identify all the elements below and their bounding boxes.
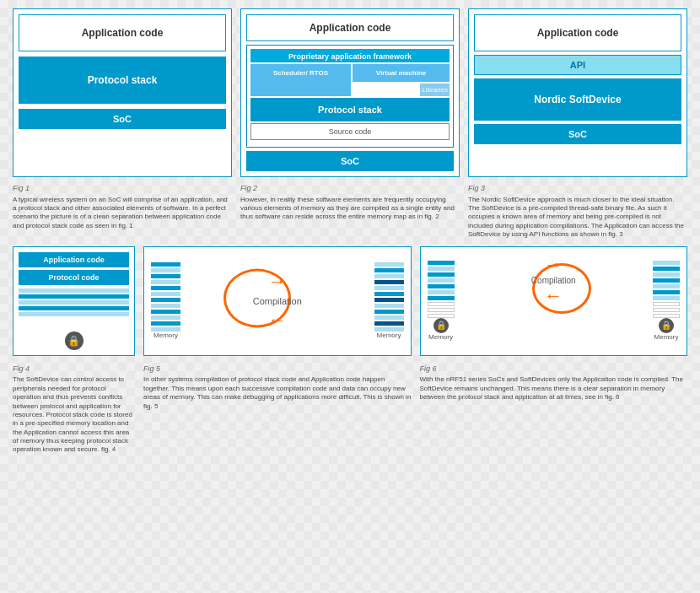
mr11 [374, 321, 404, 326]
fig6-center: → Compilation ← [460, 254, 649, 307]
fig5-compilation-label: Compilation [253, 296, 302, 306]
ml2 [151, 268, 180, 272]
fig5-right-memory-col [374, 262, 404, 332]
fig3-diagram: Application code API Nordic SoftDevice S… [468, 8, 687, 177]
fig2-scheduler-label: Scheduler/ RTOS [250, 64, 351, 96]
ml1 [151, 262, 180, 267]
fig3-nordic-label: Nordic SoftDevice [474, 78, 681, 121]
fig4-diagram: Application code Protocol code 🔒 [13, 246, 135, 356]
fig3-label: Fig 3 [468, 184, 687, 194]
fr10 [653, 314, 680, 318]
fig5-memory-right-label: Memory [377, 332, 401, 339]
fig3-app-code-label: Application code [474, 14, 681, 51]
fig6-right-memory [653, 261, 680, 318]
fig2-caption-text: However, in reality these software eleme… [240, 196, 455, 221]
fr9 [653, 308, 680, 312]
fig4-box: Application code Protocol code 🔒 [13, 246, 135, 359]
fig4-line3 [19, 300, 129, 305]
fig1-caption: Fig 1 A typical wireless system on an So… [13, 184, 232, 240]
fig4-lines [19, 288, 129, 316]
fl10 [428, 314, 455, 318]
fig6-diagram: 🔒 Memory → Compilation ← [420, 246, 688, 356]
fig6-left-col: 🔒 Memory [428, 254, 455, 341]
fig5-memory-left-label: Memory [153, 332, 178, 339]
fig6-caption-text: With the nRF51 series SoCs and SoftDevic… [420, 375, 683, 401]
fig4-line1 [19, 288, 129, 293]
ml6 [151, 292, 180, 296]
fig6-label: Fig 6 [420, 364, 688, 375]
top-diagrams-row: Application code Protocol stack SoC Appl… [13, 8, 687, 177]
fr5 [653, 284, 680, 288]
mr3 [374, 274, 404, 278]
fig4-line2 [19, 294, 129, 299]
fig2-vm-col: Virtual machine Libraries [353, 64, 450, 96]
fig5-label: Fig 5 [143, 364, 412, 375]
ml8 [151, 304, 180, 308]
fr6 [653, 290, 680, 294]
fl6 [428, 290, 455, 294]
fr3 [653, 272, 680, 277]
fig1-label: Fig 1 [13, 184, 232, 194]
fl1 [428, 261, 455, 265]
top-captions-row: Fig 1 A typical wireless system on an So… [13, 184, 687, 240]
fig4-line4 [19, 306, 129, 310]
fig6-memory-right-label: Memory [654, 333, 679, 341]
fig3-caption: Fig 3 The Nordic SoftDevice approach is … [468, 184, 687, 240]
fig6-arrow-left: ← [544, 285, 563, 307]
fl2 [428, 267, 455, 271]
mr9 [374, 310, 404, 314]
fig2-vm-label: Virtual machine [353, 64, 450, 82]
fig2-libraries-label: Libraries [420, 84, 450, 96]
fig5-caption: Fig 5 In other systems compilation of pr… [143, 364, 412, 455]
mr6 [374, 292, 404, 296]
ml3 [151, 274, 180, 278]
fr7 [653, 296, 680, 300]
fl5 [428, 284, 455, 288]
fr8 [653, 302, 680, 306]
bottom-diagrams-row: Application code Protocol code 🔒 [13, 246, 687, 359]
fig6-memory-left-label: Memory [428, 333, 453, 341]
mr8 [374, 304, 404, 308]
mr7 [374, 298, 404, 302]
fig4-caption: Fig 4 The SoftDevice can control access … [13, 364, 135, 455]
fig2-diagram: Application code Proprietary application… [240, 8, 460, 177]
fig1-protocol-stack-label: Protocol stack [19, 57, 226, 104]
mr1 [374, 262, 404, 267]
fl7 [428, 296, 455, 300]
fig4-line5 [19, 312, 129, 316]
fig6-lock-right: 🔒 [659, 318, 674, 333]
fig4-lock-icon: 🔒 [65, 332, 83, 350]
fig6-caption: Fig 6 With the nRF51 series SoCs and Sof… [420, 364, 688, 455]
main-content: Application code Protocol stack SoC Appl… [0, 0, 700, 463]
fig4-proto-code-label: Protocol code [19, 270, 129, 285]
bottom-captions-row: Fig 4 The SoftDevice can control access … [13, 364, 687, 455]
fig5-left-col: Memory [151, 262, 180, 339]
fig2-soc-label: SoC [246, 151, 454, 171]
fig5-arrow-left: ← [268, 310, 287, 332]
fig6-box: 🔒 Memory → Compilation ← [420, 246, 688, 359]
mr2 [374, 268, 404, 272]
ml9 [151, 310, 180, 314]
fr2 [653, 267, 680, 271]
fig3-api-label: API [474, 55, 681, 75]
fig6-arrow-right: → [544, 254, 563, 276]
fl4 [428, 278, 455, 283]
fig1-soc-label: SoC [19, 109, 226, 129]
fig2-protocol-stack-label: Protocol stack [250, 98, 450, 121]
fig5-diagram: Memory → Compilation ← [143, 246, 412, 356]
fig2-inner-row: Scheduler/ RTOS Virtual machine Librarie… [250, 64, 450, 96]
fig3-caption-text: The Nordic SoftDevice approach is much c… [468, 196, 684, 239]
fig1-diagram: Application code Protocol stack SoC [13, 8, 232, 177]
fig6-right-col: 🔒 Memory [653, 254, 680, 341]
fl8 [428, 302, 455, 306]
mr4 [374, 280, 404, 284]
ml10 [151, 315, 180, 320]
fig2-app-code-label: Application code [246, 14, 454, 41]
fl9 [428, 308, 455, 312]
fig1-app-code-label: Application code [19, 14, 226, 51]
fig5-right-col: Memory [374, 262, 404, 339]
fig5-center: → Compilation ← [187, 271, 368, 332]
ml7 [151, 298, 180, 302]
fl3 [428, 272, 455, 277]
fig5-left-memory-col [151, 262, 180, 332]
